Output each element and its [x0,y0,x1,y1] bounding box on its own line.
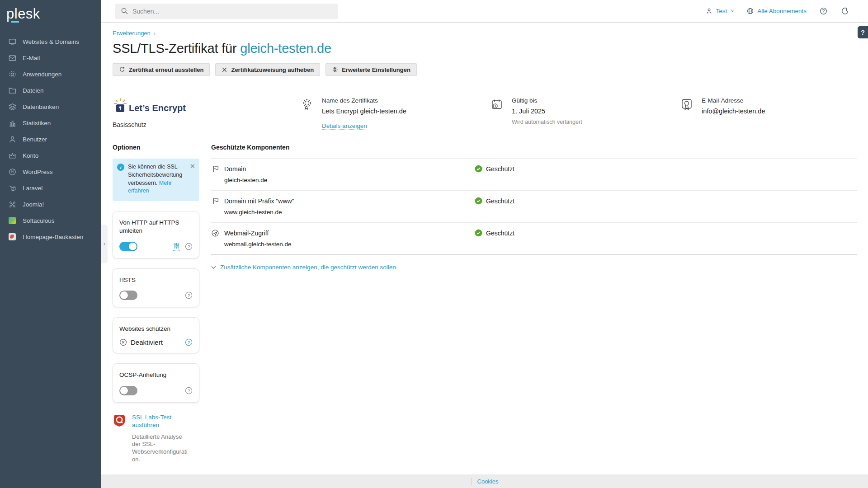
all-subscriptions-link[interactable]: Alle Abonnements [746,7,807,15]
sidebar-item-websites-domains[interactable]: Websites & Domains [0,33,101,50]
sidebar-item-datenbanken[interactable]: Datenbanken [0,99,101,115]
gear-icon [332,66,338,73]
page-title-domain: gleich-testen.de [240,41,331,56]
layers-icon [8,102,17,111]
award-document-icon [680,97,694,130]
chevron-down-icon [211,266,216,269]
ocsp-toggle[interactable] [119,386,137,395]
bar-chart-icon [8,118,17,127]
sidebar-item-label: Websites & Domains [23,38,79,45]
sidebar-item-softaculous[interactable]: Softaculous [0,212,101,229]
sidebar-item-label: Statistiken [23,120,51,127]
svg-text:?: ? [188,293,190,298]
table-row-domain: Domain gleich-testen.de Geschützt [211,158,857,190]
gear-icon [8,70,17,79]
status-badge: Geschützt [475,165,514,173]
question-circle-icon[interactable]: ? [185,338,193,346]
wordpress-icon: W [8,167,17,176]
show-details-link[interactable]: Details anzeigen [322,122,367,130]
protected-components-column: Geschützte Komponenten Domain gleich-tes… [211,144,857,464]
envelope-icon [8,53,17,62]
email-value: info@gleich-testen.de [702,108,765,115]
show-additional-components-link[interactable]: Zusätzliche Komponenten anzeigen, die ge… [211,264,857,271]
sliders-icon[interactable] [173,242,180,251]
sidebar-item-homepage-baukasten[interactable]: Homepage-Baukasten [0,229,101,245]
button-label: Erweiterte Einstellungen [342,66,410,73]
button-label: Zertifikat erneut ausstellen [129,66,203,73]
sidebar-item-wordpress[interactable]: W WordPress [0,164,101,180]
sidebar-item-benutzer[interactable]: Benutzer [0,131,101,147]
valid-until-value: 1. Juli 2025 [512,108,582,115]
user-menu-label: Test [716,8,727,14]
chevron-down-icon: ˅ [731,9,734,14]
info-icon: i [117,164,124,171]
help-circle-icon[interactable] [819,7,828,15]
sidebar-item-label: Konto [23,152,38,159]
button-label: Zertifikatzuweisung aufheben [231,66,314,73]
sidebar-item-konto[interactable]: Konto [0,147,101,164]
sidebar-item-anwendungen[interactable]: Anwendungen [0,66,101,82]
circle-x-icon [119,338,127,346]
moon-icon[interactable] [840,7,849,15]
monitor-icon [8,37,17,46]
main-content: Erweiterungen › SSL/TLS-Zertifikat für g… [101,23,868,474]
help-tab-label: ? [861,29,865,36]
card-ocsp: OCSP-Anheftung ? [113,363,199,403]
joomla-icon [8,200,17,209]
status-badge: Geschützt [475,197,514,205]
cookies-link[interactable]: Cookies [477,478,499,485]
topbar: Test ˅ Alle Abonnements [101,0,868,23]
sidebar-item-label: Laravel [23,185,42,192]
component-name: Domain mit Präfix "www" [224,197,294,205]
chevron-right-icon: › [154,30,156,37]
certificate-name-field: Name des Zertifikats Lets Encrypt gleich… [301,97,491,130]
all-subscriptions-label: Alle Abonnements [757,8,807,14]
sidebar-item-statistiken[interactable]: Statistiken [0,115,101,131]
valid-until-field: Gültig bis 1. Juli 2025 Wird automatisch… [491,97,680,130]
search-input[interactable] [132,8,332,15]
breadcrumb-link-erweiterungen[interactable]: Erweiterungen [113,30,151,37]
info-banner: i Sie können die SSL-Sicherheitsbewertun… [113,159,199,201]
more-link-label: Zusätzliche Komponenten anzeigen, die ge… [220,264,396,271]
sidebar-item-label: Homepage-Baukasten [23,234,83,240]
sidebar-nav: Websites & Domains E-Mail Anwendungen Da… [0,33,101,245]
help-panel-tab[interactable]: ? [858,26,868,38]
options-column: Optionen i Sie können die SSL-Sicherheit… [113,144,199,464]
svg-text:?: ? [188,244,190,249]
sidebar-item-joomla[interactable]: Joomla! [0,196,101,212]
footer: Cookies [101,474,868,488]
card-label: Websites schützen [119,325,193,333]
card-label: OCSP-Anheftung [119,371,193,379]
sidebar-item-label: E-Mail [23,55,40,61]
crown-icon [8,151,17,160]
reissue-certificate-button[interactable]: Zertifikat erneut ausstellen [113,63,210,76]
sidebar-item-dateien[interactable]: Dateien [0,82,101,99]
unassign-certificate-button[interactable]: Zertifikatzuweisung aufheben [215,63,320,76]
plesk-logo-text: plesk [6,6,40,22]
sidebar-collapse-button[interactable]: ‹ [101,225,108,263]
flag-icon [211,197,219,205]
advanced-settings-button[interactable]: Erweiterte Einstellungen [326,63,417,76]
plesk-logo[interactable]: plesk [0,0,101,22]
ssllabs-description: Detaillierte Analyse der SSL-Webserverko… [132,433,190,464]
hsts-toggle[interactable] [119,291,137,300]
field-label: E-Mail-Adresse [702,97,765,104]
sidebar: plesk Websites & Domains E-Mail Anwendun… [0,0,101,488]
sidebar-item-email[interactable]: E-Mail [0,50,101,66]
search-box[interactable] [115,4,338,19]
status-label: Geschützt [486,165,514,173]
question-circle-icon[interactable]: ? [185,387,193,394]
question-circle-icon[interactable]: ? [185,291,193,299]
flag-icon [211,165,219,173]
http-to-https-toggle[interactable] [119,242,137,251]
question-circle-icon[interactable]: ? [185,243,193,250]
user-icon [8,135,17,144]
page-title-prefix: SSL/TLS-Zertifikat für [113,41,240,56]
user-menu[interactable]: Test ˅ [705,7,734,15]
sidebar-item-laravel[interactable]: Laravel [0,180,101,196]
check-circle-icon [475,197,482,205]
close-icon[interactable]: ✕ [189,163,195,169]
info-banner-text: Sie können die SSL-Sicherheitsbewertung … [128,163,183,195]
certificate-brand: Let’s Encrypt Basisschutz [113,97,301,130]
run-ssllabs-test-link[interactable]: SSL Labs-Test ausführen [132,413,199,429]
